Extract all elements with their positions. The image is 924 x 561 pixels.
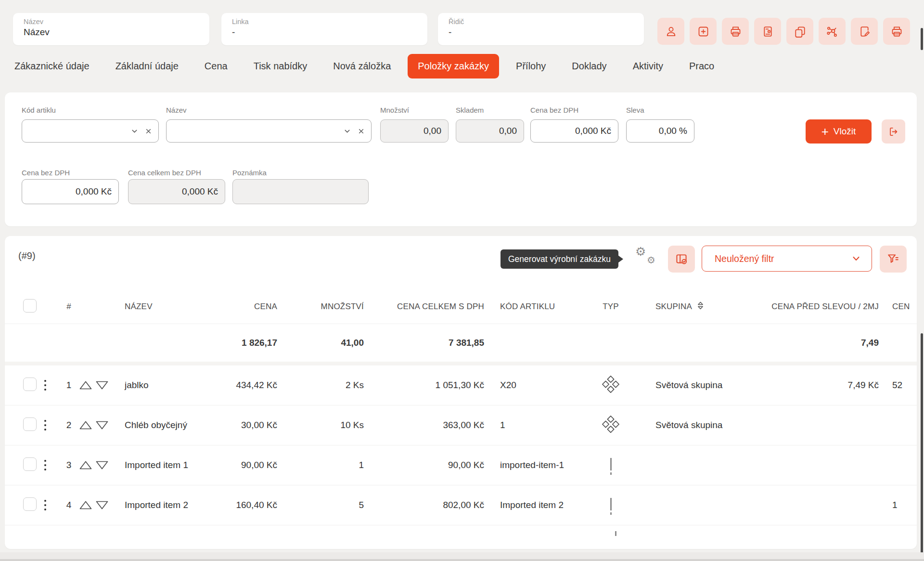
skladem-input[interactable]: 0,00	[456, 119, 524, 143]
tab-zakladni-udaje[interactable]: Základní údaje	[116, 61, 179, 72]
tab-bar: Zákaznické údaje Základní údaje Cena Tis…	[14, 50, 714, 82]
row-menu-icon[interactable]	[40, 460, 50, 470]
items-counter: (#9)	[18, 250, 36, 261]
sleva-value: 0,00 %	[659, 126, 687, 136]
clear-icon[interactable]	[357, 127, 365, 135]
kod-artiklu-select[interactable]	[22, 119, 159, 143]
edit-document-icon	[858, 25, 871, 38]
column-settings-button[interactable]	[668, 246, 695, 273]
item-entry-panel: Kód artiklu Název Množství 0,00 Skladem …	[5, 92, 917, 226]
col-num: #	[59, 302, 79, 312]
gear-small-icon[interactable]: ⚙	[647, 255, 655, 265]
tab-tisk-nabidky[interactable]: Tisk nabídky	[254, 61, 308, 72]
filter-dropdown[interactable]: Neuložený filtr	[702, 246, 872, 272]
poznamka-input[interactable]	[232, 179, 369, 204]
chevron-down-icon[interactable]	[130, 127, 139, 135]
move-down-icon[interactable]	[95, 420, 109, 430]
toolbar-invoice-button[interactable]	[754, 18, 781, 45]
row-checkbox[interactable]	[23, 417, 37, 431]
table-row[interactable]: 3 Imported item 1 90,00 Kč 1 90,00 Kč im…	[5, 445, 917, 485]
field-ridic-label: Řidič	[449, 17, 644, 26]
tab-cena[interactable]: Cena	[205, 61, 228, 72]
row-menu-icon[interactable]	[40, 500, 50, 510]
cena-celkem-bez-dph-label: Cena celkem bez DPH	[128, 169, 201, 177]
items-table: # NÁZEV CENA MNOŽSTVÍ CENA CELKEM S DPH …	[5, 290, 917, 549]
chevron-down-icon	[851, 254, 861, 263]
field-nazev[interactable]: Název Název	[13, 13, 209, 45]
nazev-select[interactable]	[166, 119, 372, 143]
toolbar-print-secondary-button[interactable]	[883, 18, 910, 45]
move-down-icon[interactable]	[95, 500, 109, 510]
row-number: 2	[59, 420, 79, 431]
move-up-icon[interactable]	[79, 460, 92, 470]
select-all-checkbox[interactable]	[23, 299, 37, 313]
table-row[interactable]: 2 Chléb obyčejný 30,00 Kč 10 Ks 363,00 K…	[5, 405, 917, 445]
move-down-icon[interactable]	[95, 380, 109, 390]
field-linka[interactable]: Linka -	[221, 13, 427, 45]
exit-row-button[interactable]	[882, 119, 905, 144]
cena-bez-dph-input[interactable]: 0,000 Kč	[530, 119, 618, 143]
tab-aktivity[interactable]: Aktivity	[633, 61, 663, 72]
plus-icon: +	[821, 125, 829, 138]
move-down-icon[interactable]	[95, 460, 109, 470]
toolbar-add-document-button[interactable]	[690, 18, 717, 45]
copy-icon	[794, 25, 807, 38]
insert-button[interactable]: + Vložit	[806, 119, 872, 144]
scrollbar-top-thumb[interactable]	[921, 28, 923, 50]
summary-row: 1 826,17 41,00 7 381,85 7,49	[5, 324, 917, 362]
tab-zakaznicke-udaje[interactable]: Zákaznické údaje	[14, 61, 90, 72]
print-icon	[729, 25, 742, 38]
poznamka-label: Poznámka	[232, 169, 267, 177]
field-linka-value: -	[232, 26, 427, 39]
cena-celkem-bez-dph-input[interactable]: 0,000 Kč	[128, 179, 225, 204]
cena-bez-dph-2-input[interactable]: 0,000 Kč	[22, 179, 119, 204]
mnozstvi-value: 0,00	[424, 126, 441, 136]
tab-praco[interactable]: Praco	[689, 61, 714, 72]
row-checkbox[interactable]	[23, 378, 37, 391]
toolbar-print-button[interactable]	[722, 18, 749, 45]
cell-skupina: Světová skupina	[655, 420, 722, 431]
toolbar-edit-document-button[interactable]	[851, 18, 878, 45]
tab-polozky-zakazky[interactable]: Položky zakázky	[408, 54, 499, 78]
tab-doklady[interactable]: Doklady	[572, 61, 606, 72]
header-toolbar	[657, 18, 910, 45]
field-ridic-value: -	[449, 26, 644, 39]
move-up-icon[interactable]	[79, 380, 92, 390]
tab-prilohy[interactable]: Přílohy	[516, 61, 546, 72]
row-checkbox[interactable]	[23, 457, 37, 471]
chevron-down-icon[interactable]	[343, 127, 351, 135]
table-row[interactable]: 4 Imported item 2 160,40 Kč 5 802,00 Kč …	[5, 485, 917, 525]
toolbar-share-button[interactable]	[819, 18, 846, 45]
cell-mnozstvi: 1	[281, 460, 368, 470]
field-ridic[interactable]: Řidič -	[438, 13, 644, 45]
toolbar-user-button[interactable]	[657, 18, 684, 45]
cell-cena-celkem: 802,00 Kč	[368, 500, 488, 510]
row-menu-icon[interactable]	[40, 420, 50, 431]
filter-button[interactable]	[880, 246, 907, 273]
tab-nova-zalozka[interactable]: Nová záložka	[333, 61, 391, 72]
scrollbar-thumb[interactable]	[921, 333, 923, 560]
move-up-icon[interactable]	[79, 500, 92, 510]
summary-cena: 1 826,17	[209, 338, 281, 348]
print-secondary-icon	[890, 25, 903, 38]
move-up-icon[interactable]	[79, 420, 92, 430]
clear-icon[interactable]	[144, 127, 153, 135]
gear-icon[interactable]: ⚙	[635, 246, 646, 258]
table-row[interactable]: 1 jablko 434,42 Kč 2 Ks 1 051,30 Kč X20 …	[5, 365, 917, 405]
sort-icon[interactable]	[697, 301, 704, 313]
add-document-icon	[697, 25, 710, 38]
vertical-bar-icon	[610, 498, 612, 510]
toolbar-copy-button[interactable]	[786, 18, 813, 45]
row-menu-icon[interactable]	[40, 380, 50, 391]
vertical-bar-icon	[615, 531, 616, 536]
cell-kod-artiklu: X20	[488, 380, 589, 391]
sleva-input[interactable]: 0,00 %	[626, 119, 694, 143]
cell-cena: 434,42 Kč	[209, 380, 281, 391]
share-icon	[826, 25, 839, 38]
summary-divider	[5, 362, 917, 365]
row-checkbox[interactable]	[23, 497, 37, 511]
mnozstvi-input[interactable]: 0,00	[380, 119, 449, 143]
col-kod-artiklu: KÓD ARTIKLU	[488, 302, 589, 312]
app-window: Název Název Linka - Řidič - Zákaznické ú…	[0, 0, 924, 561]
cell-cen: 52	[883, 380, 917, 391]
